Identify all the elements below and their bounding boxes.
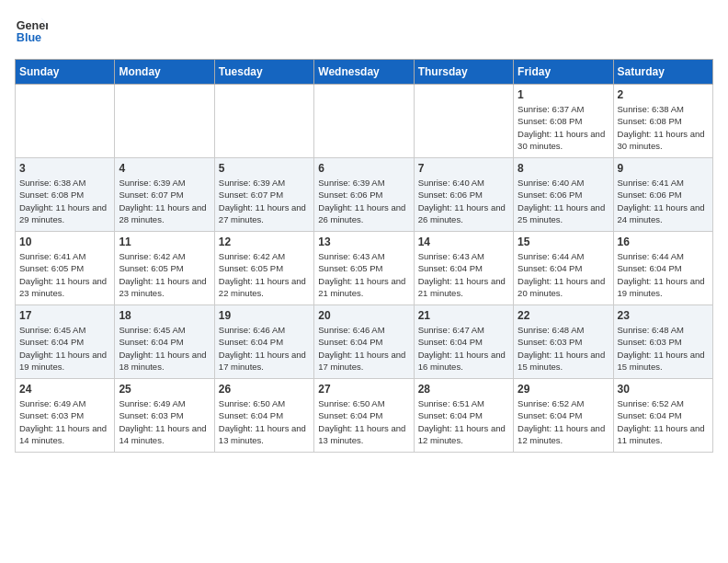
calendar-cell: 27Sunrise: 6:50 AMSunset: 6:04 PMDayligh… (314, 379, 414, 453)
calendar-row-4: 24Sunrise: 6:49 AMSunset: 6:03 PMDayligh… (16, 379, 713, 453)
weekday-header-saturday: Saturday (613, 60, 712, 85)
day-info: Sunrise: 6:40 AMSunset: 6:06 PMDaylight:… (518, 177, 609, 225)
calendar-cell: 11Sunrise: 6:42 AMSunset: 6:05 PMDayligh… (115, 232, 214, 305)
day-info: Sunrise: 6:50 AMSunset: 6:04 PMDaylight:… (219, 397, 310, 446)
calendar-cell: 5Sunrise: 6:39 AMSunset: 6:07 PMDaylight… (214, 158, 313, 232)
day-info: Sunrise: 6:52 AMSunset: 6:04 PMDaylight:… (518, 397, 609, 446)
weekday-header-thursday: Thursday (414, 60, 513, 85)
day-info: Sunrise: 6:38 AMSunset: 6:08 PMDaylight:… (618, 103, 709, 152)
day-number: 16 (618, 236, 709, 248)
day-number: 14 (418, 236, 509, 248)
day-number: 25 (119, 383, 210, 396)
day-number: 21 (418, 309, 509, 322)
calendar-row-0: 1Sunrise: 6:37 AMSunset: 6:08 PMDaylight… (16, 85, 713, 158)
calendar-cell: 10Sunrise: 6:41 AMSunset: 6:05 PMDayligh… (16, 232, 115, 305)
day-number: 28 (418, 383, 509, 396)
day-info: Sunrise: 6:43 AMSunset: 6:04 PMDaylight:… (418, 250, 509, 299)
weekday-header-row: SundayMondayTuesdayWednesdayThursdayFrid… (16, 60, 713, 85)
day-number: 5 (219, 162, 310, 175)
calendar-cell: 4Sunrise: 6:39 AMSunset: 6:07 PMDaylight… (115, 158, 214, 232)
day-number: 2 (618, 88, 709, 101)
calendar-cell: 15Sunrise: 6:44 AMSunset: 6:04 PMDayligh… (514, 232, 613, 305)
calendar-cell: 30Sunrise: 6:52 AMSunset: 6:04 PMDayligh… (613, 379, 712, 453)
day-info: Sunrise: 6:41 AMSunset: 6:05 PMDaylight:… (19, 250, 110, 299)
calendar-cell: 19Sunrise: 6:46 AMSunset: 6:04 PMDayligh… (214, 305, 313, 379)
day-number: 17 (19, 309, 110, 322)
calendar-cell: 8Sunrise: 6:40 AMSunset: 6:06 PMDaylight… (514, 158, 613, 232)
weekday-header-monday: Monday (115, 60, 214, 85)
day-number: 27 (318, 383, 409, 396)
calendar-cell: 22Sunrise: 6:48 AMSunset: 6:03 PMDayligh… (514, 305, 613, 379)
calendar-cell: 17Sunrise: 6:45 AMSunset: 6:04 PMDayligh… (16, 305, 115, 379)
day-number: 18 (119, 309, 210, 322)
day-number: 20 (318, 309, 409, 322)
day-info: Sunrise: 6:52 AMSunset: 6:04 PMDaylight:… (618, 397, 709, 446)
weekday-header-friday: Friday (514, 60, 613, 85)
day-info: Sunrise: 6:41 AMSunset: 6:06 PMDaylight:… (618, 177, 709, 225)
day-number: 30 (618, 383, 709, 396)
calendar-row-2: 10Sunrise: 6:41 AMSunset: 6:05 PMDayligh… (16, 232, 713, 305)
day-number: 22 (518, 309, 609, 322)
day-number: 19 (219, 309, 310, 322)
day-info: Sunrise: 6:44 AMSunset: 6:04 PMDaylight:… (518, 250, 609, 299)
day-number: 11 (119, 236, 210, 248)
calendar-cell: 18Sunrise: 6:45 AMSunset: 6:04 PMDayligh… (115, 305, 214, 379)
day-number: 7 (418, 162, 509, 175)
calendar-cell: 14Sunrise: 6:43 AMSunset: 6:04 PMDayligh… (414, 232, 513, 305)
day-info: Sunrise: 6:48 AMSunset: 6:03 PMDaylight:… (518, 324, 609, 373)
day-number: 3 (19, 162, 110, 175)
weekday-header-sunday: Sunday (16, 60, 115, 85)
day-info: Sunrise: 6:46 AMSunset: 6:04 PMDaylight:… (219, 324, 310, 373)
calendar-cell: 23Sunrise: 6:48 AMSunset: 6:03 PMDayligh… (613, 305, 712, 379)
day-number: 12 (219, 236, 310, 248)
day-info: Sunrise: 6:49 AMSunset: 6:03 PMDaylight:… (19, 397, 110, 446)
day-info: Sunrise: 6:39 AMSunset: 6:07 PMDaylight:… (219, 177, 310, 225)
day-number: 23 (618, 309, 709, 322)
calendar-cell: 13Sunrise: 6:43 AMSunset: 6:05 PMDayligh… (314, 232, 414, 305)
weekday-header-wednesday: Wednesday (314, 60, 414, 85)
calendar-row-3: 17Sunrise: 6:45 AMSunset: 6:04 PMDayligh… (16, 305, 713, 379)
calendar-cell: 6Sunrise: 6:39 AMSunset: 6:06 PMDaylight… (314, 158, 414, 232)
calendar-table: SundayMondayTuesdayWednesdayThursdayFrid… (15, 59, 713, 453)
calendar-cell (214, 85, 313, 158)
day-info: Sunrise: 6:38 AMSunset: 6:08 PMDaylight:… (19, 177, 110, 225)
page-header: General Blue (15, 15, 713, 48)
day-number: 1 (518, 88, 609, 101)
day-info: Sunrise: 6:50 AMSunset: 6:04 PMDaylight:… (318, 397, 409, 446)
day-info: Sunrise: 6:39 AMSunset: 6:07 PMDaylight:… (119, 177, 210, 225)
day-info: Sunrise: 6:43 AMSunset: 6:05 PMDaylight:… (318, 250, 409, 299)
day-info: Sunrise: 6:37 AMSunset: 6:08 PMDaylight:… (518, 103, 609, 152)
day-number: 26 (219, 383, 310, 396)
day-info: Sunrise: 6:40 AMSunset: 6:06 PMDaylight:… (418, 177, 509, 225)
day-number: 10 (19, 236, 110, 248)
day-info: Sunrise: 6:47 AMSunset: 6:04 PMDaylight:… (418, 324, 509, 373)
day-number: 15 (518, 236, 609, 248)
logo-icon: General Blue (15, 15, 48, 48)
svg-text:Blue: Blue (17, 31, 41, 44)
calendar-cell: 25Sunrise: 6:49 AMSunset: 6:03 PMDayligh… (115, 379, 214, 453)
calendar-cell: 26Sunrise: 6:50 AMSunset: 6:04 PMDayligh… (214, 379, 313, 453)
day-info: Sunrise: 6:39 AMSunset: 6:06 PMDaylight:… (318, 177, 409, 225)
calendar-cell (16, 85, 115, 158)
day-number: 4 (119, 162, 210, 175)
day-number: 9 (618, 162, 709, 175)
day-info: Sunrise: 6:42 AMSunset: 6:05 PMDaylight:… (119, 250, 210, 299)
day-info: Sunrise: 6:45 AMSunset: 6:04 PMDaylight:… (19, 324, 110, 373)
day-number: 6 (318, 162, 409, 175)
calendar-cell (314, 85, 414, 158)
day-number: 13 (318, 236, 409, 248)
day-info: Sunrise: 6:46 AMSunset: 6:04 PMDaylight:… (318, 324, 409, 373)
calendar-cell (414, 85, 513, 158)
calendar-cell: 20Sunrise: 6:46 AMSunset: 6:04 PMDayligh… (314, 305, 414, 379)
logo: General Blue (15, 15, 48, 48)
calendar-cell: 3Sunrise: 6:38 AMSunset: 6:08 PMDaylight… (16, 158, 115, 232)
calendar-cell: 1Sunrise: 6:37 AMSunset: 6:08 PMDaylight… (514, 85, 613, 158)
calendar-cell: 29Sunrise: 6:52 AMSunset: 6:04 PMDayligh… (514, 379, 613, 453)
day-number: 24 (19, 383, 110, 396)
day-number: 8 (518, 162, 609, 175)
day-info: Sunrise: 6:49 AMSunset: 6:03 PMDaylight:… (119, 397, 210, 446)
calendar-cell: 28Sunrise: 6:51 AMSunset: 6:04 PMDayligh… (414, 379, 513, 453)
day-number: 29 (518, 383, 609, 396)
weekday-header-tuesday: Tuesday (214, 60, 313, 85)
calendar-cell: 16Sunrise: 6:44 AMSunset: 6:04 PMDayligh… (613, 232, 712, 305)
